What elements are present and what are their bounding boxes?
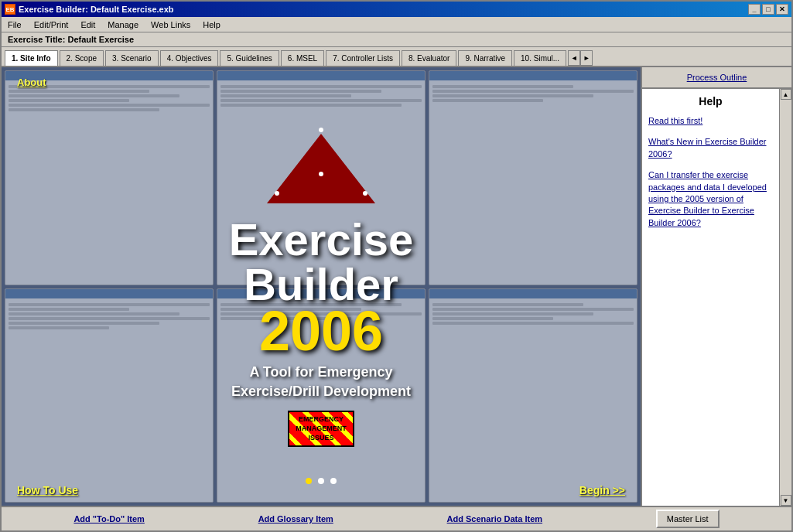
process-outline-area: Process Outline — [642, 67, 791, 89]
help-link-read-first[interactable]: Read this first! — [648, 115, 773, 127]
app-icon: EB — [5, 4, 15, 15]
tab-site-info[interactable]: 1. Site Info — [5, 50, 58, 66]
dot-left — [275, 191, 279, 196]
help-content: Help Read this first! What's New in Exer… — [642, 89, 779, 506]
exercise-text: Exercise — [229, 217, 414, 262]
tab-scope[interactable]: 2. Scope — [60, 50, 104, 66]
how-to-use-link[interactable]: How To Use — [17, 484, 78, 496]
window-title: Exercise Builder: Default Exercise.exb — [19, 5, 174, 14]
title-bar: EB Exercise Builder: Default Exercise.ex… — [2, 2, 791, 17]
exercise-title-bar: Exercise Title: Default Exercise — [2, 32, 791, 47]
tab-guidelines[interactable]: 5. Guidelines — [220, 50, 279, 66]
year-text: 2006 — [259, 303, 383, 359]
menu-edit[interactable]: Edit — [77, 19, 98, 31]
splash-center: About Exercise Builder 2006 A Tool fo — [2, 67, 641, 506]
menu-bar: File Edit/Print Edit Manage Web Links He… — [2, 17, 791, 32]
tab-objectives[interactable]: 4. Objectives — [160, 50, 219, 66]
nav-dot-1 — [306, 478, 312, 484]
master-list-button[interactable]: Master List — [656, 510, 720, 528]
close-button[interactable]: ✕ — [776, 4, 788, 15]
tab-scenario[interactable]: 3. Scenario — [105, 50, 159, 66]
help-title: Help — [648, 95, 773, 107]
tab-narrative[interactable]: 9. Narrative — [458, 50, 512, 66]
add-scenario-link[interactable]: Add Scenario Data Item — [447, 514, 542, 523]
tabs-bar: 1. Site Info 2. Scope 3. Scenario 4. Obj… — [2, 47, 791, 67]
tab-controller-lists[interactable]: 7. Controller Lists — [326, 50, 400, 66]
main-triangle — [267, 134, 375, 203]
bottom-right: Master List — [656, 510, 720, 528]
maximize-button[interactable]: □ — [762, 4, 774, 15]
nav-dot-2 — [318, 478, 324, 484]
help-panel-inner: Help Read this first! What's New in Exer… — [642, 89, 791, 506]
menu-manage[interactable]: Manage — [104, 19, 142, 31]
main-window: EB Exercise Builder: Default Exercise.ex… — [0, 0, 793, 532]
dot-mid — [319, 172, 323, 176]
logo-triangle-decoration — [259, 126, 383, 203]
add-todo-link[interactable]: Add "To-Do" Item — [73, 514, 145, 523]
menu-help[interactable]: Help — [200, 19, 224, 31]
bottom-bar: Add "To-Do" Item Add Glossary Item Add S… — [2, 506, 791, 530]
begin-button[interactable]: Begin >> — [579, 484, 625, 496]
scrollbar-up[interactable]: ▲ — [781, 89, 791, 100]
help-link-whats-new[interactable]: What's New in Exercise Builder 2006? — [648, 136, 773, 160]
menu-file[interactable]: File — [5, 19, 25, 31]
add-glossary-link[interactable]: Add Glossary Item — [258, 514, 333, 523]
menu-weblinks[interactable]: Web Links — [148, 19, 193, 31]
help-link-transfer[interactable]: Can I transfer the exercise packages and… — [648, 169, 773, 229]
minimize-button[interactable]: _ — [748, 4, 761, 15]
nav-dot-3 — [330, 478, 337, 484]
help-scrollbar[interactable]: ▲ ▼ — [779, 89, 791, 506]
dot-right — [363, 191, 367, 196]
exercise-title-value: Default Exercise — [67, 35, 134, 44]
tab-evaluator[interactable]: 8. Evaluator — [402, 50, 456, 66]
tab-scroll-right[interactable]: ► — [580, 50, 593, 66]
logo-area: Exercise Builder 2006 A Tool for Emergen… — [229, 126, 414, 447]
tab-msel[interactable]: 6. MSEL — [281, 50, 324, 66]
nav-dots — [306, 478, 337, 484]
menu-editprint[interactable]: Edit/Print — [31, 19, 72, 31]
main-content: About Exercise Builder 2006 A Tool fo — [2, 67, 791, 506]
process-outline-link[interactable]: Process Outline — [687, 73, 747, 82]
about-link[interactable]: About — [17, 77, 46, 88]
exercise-title-label: Exercise Title: — [8, 35, 65, 44]
subtitle-text: A Tool for Emergency Exercise/Drill Deve… — [231, 363, 411, 401]
scrollbar-down[interactable]: ▼ — [781, 495, 791, 506]
help-panel: Process Outline Help Read this first! Wh… — [641, 67, 791, 506]
window-controls: _ □ ✕ — [748, 4, 788, 15]
dot-top — [319, 128, 323, 132]
emi-logo: EMERGENCY MANAGEMENT ISSUES — [288, 411, 354, 447]
content-bottom: How To Use Begin >> — [2, 484, 641, 496]
content-area: About Exercise Builder 2006 A Tool fo — [2, 67, 641, 506]
tab-simul[interactable]: 10. Simul... — [514, 50, 566, 66]
tab-scroll-left[interactable]: ◄ — [568, 50, 580, 66]
